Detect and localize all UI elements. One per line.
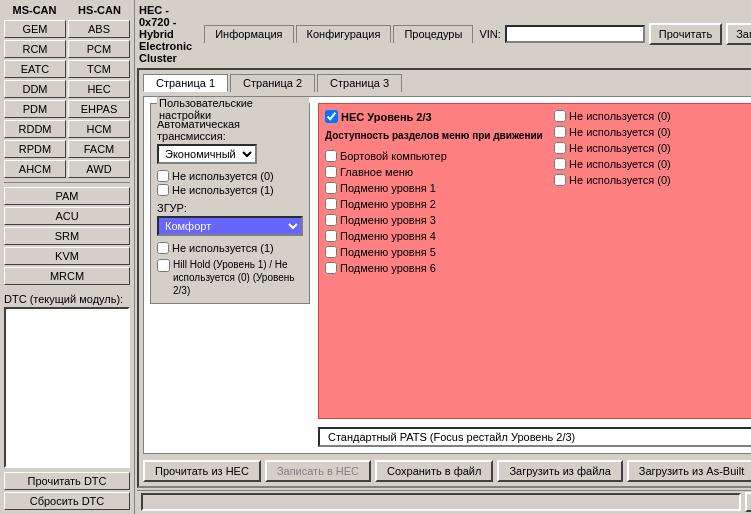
cb-submenu6: Подменю уровня 6: [325, 262, 546, 274]
abs-button[interactable]: ABS: [68, 20, 130, 38]
sidebar-header: MS-CAN HS-CAN: [4, 4, 130, 16]
status-field: [141, 493, 741, 511]
red-right: Не используется (0) Не используется (0) …: [554, 110, 751, 412]
submenu5-checkbox[interactable]: [325, 246, 337, 258]
notused5-label: Не используется (0): [569, 174, 671, 186]
submenu2-checkbox[interactable]: [325, 198, 337, 210]
check2-label: Не используется (1): [172, 184, 274, 196]
rddm-button[interactable]: RDDM: [4, 120, 66, 138]
zgur-dropdown[interactable]: Комфорт Спорт Стандарт: [157, 216, 303, 236]
rcm-button[interactable]: RCM: [4, 40, 66, 58]
notused4-checkbox[interactable]: [554, 158, 566, 170]
notused5-row: Не используется (0): [554, 174, 751, 186]
notused3-row: Не используется (0): [554, 142, 751, 154]
hs-can-label: HS-CAN: [69, 4, 130, 16]
notused5-checkbox[interactable]: [554, 174, 566, 186]
submenu3-checkbox[interactable]: [325, 214, 337, 226]
window-title: НЕС - 0x720 - Hybrid Electronic Cluster: [139, 4, 192, 64]
notused2-row: Не используется (0): [554, 126, 751, 138]
check2-row: Не используется (1): [157, 184, 303, 196]
read-button[interactable]: Прочитать: [649, 23, 722, 45]
zgur-wrap: Комфорт Спорт Стандарт: [157, 216, 303, 236]
bottom-buttons: Прочитать из НЕС Записать в НЕС Сохранит…: [143, 460, 751, 482]
check3-checkbox[interactable]: [157, 242, 169, 254]
tcm-button[interactable]: TCM: [68, 60, 130, 78]
pam-button[interactable]: PAM: [4, 187, 130, 205]
submenu4-checkbox[interactable]: [325, 230, 337, 242]
facm-button[interactable]: FACM: [68, 140, 130, 158]
hec-level-checkbox[interactable]: [325, 110, 338, 123]
load-from-file-button[interactable]: Загрузить из файла: [497, 460, 622, 482]
ehpas-button[interactable]: EHPAS: [68, 100, 130, 118]
submenu1-checkbox[interactable]: [325, 182, 337, 194]
hcm-button[interactable]: HCM: [68, 120, 130, 138]
gem-button[interactable]: GEM: [4, 20, 66, 38]
page-tab-1[interactable]: Страница 1: [143, 74, 228, 92]
hec-button[interactable]: HEC: [68, 80, 130, 98]
cb-bortovoy: Бортовой компьютер: [325, 150, 546, 162]
hec-level-label: НЕС Уровень 2/3: [341, 111, 432, 123]
notused3-checkbox[interactable]: [554, 142, 566, 154]
srm-button[interactable]: SRM: [4, 227, 130, 245]
notused1-checkbox[interactable]: [554, 110, 566, 122]
auto-trans-label: Автоматическая трансмиссия:: [157, 118, 303, 142]
vin-section: VIN: Прочитать Записать: [479, 23, 751, 45]
read-dtc-button[interactable]: Прочитать DTC: [4, 472, 130, 490]
load-as-built-button[interactable]: Загрузить из As-Built: [627, 460, 751, 482]
hec-level-title: НЕС Уровень 2/3: [325, 110, 546, 123]
auto-trans-dropdown[interactable]: Экономичный Спортивный Стандартный: [157, 144, 257, 164]
write-button[interactable]: Записать: [726, 23, 751, 45]
main-tab-bar: Информация Конфигурация Процедуры: [204, 25, 475, 43]
page-tab-3[interactable]: Страница 3: [317, 74, 402, 92]
cb-glavnoe: Главное меню: [325, 166, 546, 178]
save-to-file-button[interactable]: Сохранить в файл: [375, 460, 493, 482]
rpdm-button[interactable]: RPDM: [4, 140, 66, 158]
cb-submenu4: Подменю уровня 4: [325, 230, 546, 242]
submenu4-label: Подменю уровня 4: [340, 230, 436, 242]
submenu3-label: Подменю уровня 3: [340, 214, 436, 226]
kvm-button[interactable]: KVM: [4, 247, 130, 265]
pats-dropdown[interactable]: Стандартный PATS (Focus рестайл Уровень …: [318, 427, 751, 447]
acu-button[interactable]: ACU: [4, 207, 130, 225]
status-bar: Лог »: [137, 490, 751, 512]
ddm-button[interactable]: DDM: [4, 80, 66, 98]
submenu6-checkbox[interactable]: [325, 262, 337, 274]
page-tabs: Страница 1 Страница 2 Страница 3: [143, 74, 751, 92]
write-to-hec-button[interactable]: Записать в НЕС: [265, 460, 371, 482]
log-button[interactable]: Лог »: [745, 492, 751, 512]
zgur-label: ЗГУР:: [157, 202, 303, 214]
left-column: Пользовательские настройки Автоматическа…: [150, 103, 310, 447]
cb-submenu2: Подменю уровня 2: [325, 198, 546, 210]
tab-informacia[interactable]: Информация: [204, 25, 293, 43]
submenu6-label: Подменю уровня 6: [340, 262, 436, 274]
vin-input[interactable]: [505, 25, 645, 43]
ahcm-button[interactable]: AHCM: [4, 160, 66, 178]
read-from-hec-button[interactable]: Прочитать из НЕС: [143, 460, 261, 482]
sidebar: MS-CAN HS-CAN GEM ABS RCM PCM EATC TCM D…: [0, 0, 135, 514]
mrcm-button[interactable]: MRCM: [4, 267, 130, 285]
submenu5-label: Подменю уровня 5: [340, 246, 436, 258]
hill-hold-label: Hill Hold (Уровень 1) / Не используется …: [173, 258, 303, 297]
hill-hold-checkbox[interactable]: [157, 259, 170, 272]
awd-button[interactable]: AWD: [68, 160, 130, 178]
cb-submenu5: Подменю уровня 5: [325, 246, 546, 258]
glavnoe-checkbox[interactable]: [325, 166, 337, 178]
tab-procedury[interactable]: Процедуры: [393, 25, 473, 43]
notused4-row: Не используется (0): [554, 158, 751, 170]
eatc-button[interactable]: EATC: [4, 60, 66, 78]
reset-dtc-button[interactable]: Сбросить DTC: [4, 492, 130, 510]
check1-checkbox[interactable]: [157, 170, 169, 182]
tab-konfiguraciya[interactable]: Конфигурация: [296, 25, 392, 43]
check1-row: Не используется (0): [157, 170, 303, 182]
page-tab-2[interactable]: Страница 2: [230, 74, 315, 92]
check2-checkbox[interactable]: [157, 184, 169, 196]
notused1-label: Не используется (0): [569, 110, 671, 122]
pdm-button[interactable]: PDM: [4, 100, 66, 118]
submenu2-label: Подменю уровня 2: [340, 198, 436, 210]
module-grid: GEM ABS RCM PCM EATC TCM DDM HEC PDM EHP…: [4, 20, 130, 285]
main-area: НЕС - 0x720 - Hybrid Electronic Cluster …: [135, 0, 751, 514]
bortovoy-checkbox[interactable]: [325, 150, 337, 162]
dtc-label: DTC (текущий модуль):: [4, 293, 130, 305]
notused2-checkbox[interactable]: [554, 126, 566, 138]
pcm-button[interactable]: PCM: [68, 40, 130, 58]
